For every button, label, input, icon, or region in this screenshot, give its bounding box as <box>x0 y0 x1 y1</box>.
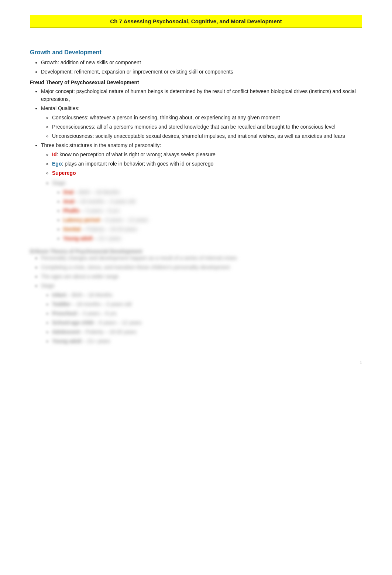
page-container: Ch 7 Assessing Psychosocial, Cognitive, … <box>30 15 362 365</box>
personality-structures-list: Id: know no perception of what is right … <box>52 151 362 177</box>
consciousness-item: Consciousness: whatever a person in sens… <box>52 114 362 122</box>
unconsciousness-item: Unconsciousness: socially unacceptable s… <box>52 132 362 140</box>
erikson-bullet-2: Completing a crisis, stress, and transit… <box>41 263 362 271</box>
freud-stages-parent-bullet: Stage Oral – Birth – 18 Months Anal – 18… <box>41 179 362 242</box>
erikson-bullets: Personality changes and development happ… <box>41 254 362 345</box>
erikson-bullet-1: Personality changes and development happ… <box>41 254 362 262</box>
growth-section: Growth and Development Growth: addition … <box>30 49 362 76</box>
freud-bullet-major: Major concept: psychological nature of h… <box>41 88 362 103</box>
erikson-stage-2: Toddler – 18 months – 3 years old <box>52 300 362 308</box>
ego-item: Ego: plays an important role in behavior… <box>52 160 362 168</box>
erikson-stages-list: Infant – Birth – 18 Months Toddler – 18 … <box>52 291 362 345</box>
growth-bullets: Growth: addition of new skills or compon… <box>41 59 362 76</box>
growth-bullet-1: Growth: addition of new skills or compon… <box>41 59 362 67</box>
freud-bullet-personality: Three basic structures in the anatomy of… <box>41 142 362 177</box>
freud-bullet-mental: Mental Qualities: Consciousness: whateve… <box>41 105 362 140</box>
stage-phallic: Phallic – 3 years – 6 yrs <box>63 207 362 215</box>
chapter-title-box: Ch 7 Assessing Psychosocial, Cognitive, … <box>30 15 362 28</box>
erikson-stage-1: Infant – Birth – 18 Months <box>52 291 362 299</box>
freud-heading: Freud Theory of Psychosexual Development <box>30 79 362 85</box>
growth-heading: Growth and Development <box>30 49 362 56</box>
page-number: 1 <box>30 360 362 365</box>
ego-label: Ego <box>52 161 62 167</box>
freud-stages-list: Oral – Birth – 18 Months Anal – 18 month… <box>63 188 362 242</box>
growth-bullet-2: Development: refinement, expansion or im… <box>41 68 362 76</box>
id-label: Id <box>52 152 56 157</box>
preconsciousness-item: Preconsciousness: all of a person's memo… <box>52 123 362 131</box>
stage-young-adult: Young adult – 21+ years <box>63 235 362 242</box>
erikson-heading: Erikson Theory of Psychosocial Developme… <box>30 248 142 254</box>
freud-section: Freud Theory of Psychosexual Development… <box>30 79 362 242</box>
stage-latency: Latency period – 6 years – 12 years <box>63 216 362 224</box>
erikson-stage-4: School-age child – 6 years – 12 years <box>52 319 362 327</box>
erikson-stage-3: Preschool – 3 years – 6 yrs <box>52 310 362 317</box>
stage-oral: Oral – Birth – 18 Months <box>63 188 362 196</box>
erikson-section: Erikson Theory of Psychosocial Developme… <box>30 248 362 345</box>
freud-bullets: Major concept: psychological nature of h… <box>41 88 362 177</box>
stages-parent-item: Stage Oral – Birth – 18 Months Anal – 18… <box>52 179 362 242</box>
superego-blurred-text <box>77 170 122 176</box>
stages-blurred-intro: Stage <box>52 180 66 186</box>
id-item: Id: know no perception of what is right … <box>52 151 362 159</box>
erikson-bullet-3: The ages are about a wider range <box>41 273 362 280</box>
mental-qualities-list: Consciousness: whatever a person in sens… <box>52 114 362 140</box>
superego-item: Superego <box>52 169 362 177</box>
stage-anal: Anal – 18 months – 3 years old <box>63 198 362 205</box>
chapter-title: Ch 7 Assessing Psychosocial, Cognitive, … <box>110 18 282 24</box>
erikson-stages-parent: Stage Infant – Birth – 18 Months Toddler… <box>41 282 362 345</box>
erikson-stage-5: Adolescent – Puberty – 19-20 years <box>52 328 362 336</box>
superego-label: Superego <box>52 170 76 176</box>
stage-genital: Genital – Puberty – 19-20 years <box>63 225 362 233</box>
erikson-stage-6: Young adult – 21+ years <box>52 337 362 345</box>
title-section: Ch 7 Assessing Psychosocial, Cognitive, … <box>30 15 362 39</box>
